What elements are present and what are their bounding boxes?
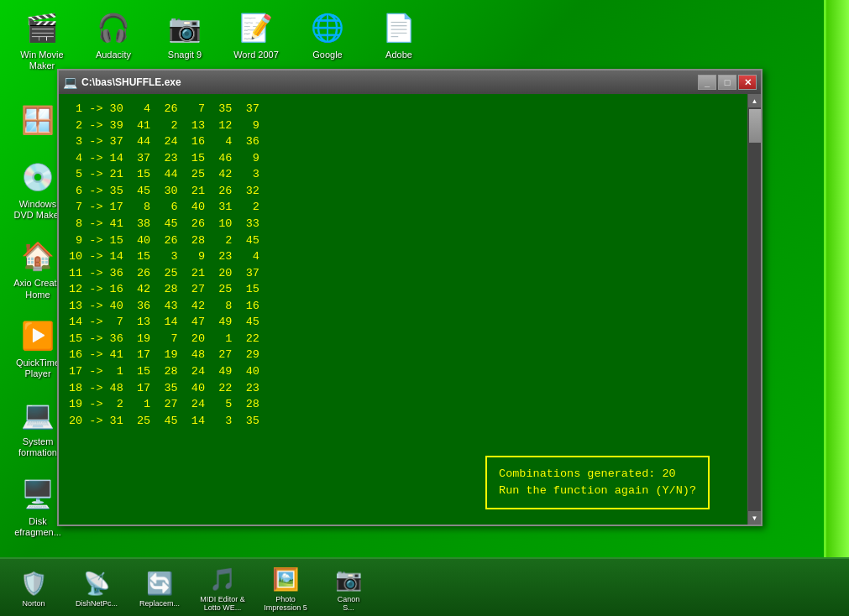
desktop: 🎬 Win Movie Maker 🎧 Audacity 📷 Snagit 9 …	[0, 0, 849, 616]
norton-icon: 🛡️	[17, 566, 50, 600]
console-area: 1 -> 30 4 26 7 35 37 2 -> 39 41 2 13 12 …	[59, 94, 747, 525]
dvd-maker-icon: 💿	[18, 157, 58, 197]
desktop-icon-adobe[interactable]: 📄 Adobe	[365, 4, 432, 64]
desktop-icon-word[interactable]: 📝 Word 2007	[223, 4, 290, 64]
right-decoration	[824, 0, 849, 616]
scroll-track[interactable]	[748, 107, 761, 511]
replacem-label: Replacem...	[139, 600, 180, 608]
taskbar-icon-photo[interactable]: 🖼️ PhotoImpression 5	[256, 560, 315, 615]
taskbar-icon-midi[interactable]: 🎵 MIDI Editor &Lotto WE...	[193, 560, 252, 615]
win-movie-maker-icon: 🎬	[22, 8, 62, 48]
prompt-line2: Run the function again (Y/N)?	[499, 483, 696, 499]
top-icons-row: 🎬 Win Movie Maker 🎧 Audacity 📷 Snagit 9 …	[0, 0, 441, 79]
canon-icon: 📷	[332, 562, 365, 596]
console-window: 💻 C:\bas\SHUFFLE.exe _ □ ✕ 1 -> 30 4 26 …	[57, 69, 763, 526]
scroll-thumb[interactable]	[749, 109, 761, 143]
desktop-icon-snagit[interactable]: 📷 Snagit 9	[151, 4, 218, 64]
system-info-icon: 💻	[18, 394, 58, 435]
snagit-icon: 📷	[165, 8, 205, 48]
desktop-icon-win-movie-maker[interactable]: 🎬 Win Movie Maker	[8, 4, 76, 75]
window-title-icon: 💻	[63, 76, 77, 89]
system-info-label: Systemformation	[18, 436, 57, 458]
dishnet-icon: 📡	[80, 566, 113, 600]
dvd-maker-label: WindowsDVD Maker	[14, 199, 62, 221]
maximize-button[interactable]: □	[718, 75, 736, 90]
google-icon: 🌐	[307, 8, 348, 48]
dishnet-label: DishNetPc...	[76, 600, 118, 608]
audacity-label: Audacity	[96, 50, 131, 60]
disk-defrag-icon: 🖥️	[18, 474, 58, 514]
taskbar-icon-replacem[interactable]: 🔄 Replacem...	[130, 564, 189, 611]
taskbar-icon-norton[interactable]: 🛡️ Norton	[4, 564, 63, 611]
midi-icon: 🎵	[206, 562, 239, 596]
disk-defrag-label: Diskefragmen...	[14, 516, 61, 538]
audacity-icon: 🎧	[93, 8, 134, 48]
scrollbar[interactable]: ▲ ▼	[747, 94, 761, 525]
replacem-icon: 🔄	[143, 566, 176, 600]
canon-label: CanonS...	[338, 596, 360, 613]
axio-label: Axio CreateHome	[13, 278, 61, 300]
prompt-box: Combinations generated: 20 Run the funct…	[485, 456, 710, 510]
window-controls: _ □ ✕	[698, 75, 757, 90]
photo-icon: 🖼️	[269, 562, 302, 596]
word-icon: 📝	[236, 8, 276, 48]
minimize-button[interactable]: _	[698, 75, 716, 90]
taskbar: 🛡️ Norton 📡 DishNetPc... 🔄 Replacem... 🎵…	[0, 557, 849, 616]
axio-icon: 🏠	[18, 236, 58, 276]
quicktime-icon: ▶️	[18, 316, 58, 356]
adobe-icon: 📄	[379, 8, 419, 48]
quicktime-label: QuickTimePlayer	[16, 358, 60, 379]
norton-label: Norton	[22, 600, 45, 608]
console-output: 1 -> 30 4 26 7 35 37 2 -> 39 41 2 13 12 …	[69, 101, 737, 429]
taskbar-icon-canon[interactable]: 📷 CanonS...	[319, 560, 378, 615]
prompt-line1: Combinations generated: 20	[499, 466, 696, 483]
taskbar-icon-dishnet[interactable]: 📡 DishNetPc...	[67, 564, 126, 611]
desktop-icon-audacity[interactable]: 🎧 Audacity	[80, 4, 147, 64]
windows-logo-icon: 🪟	[18, 100, 58, 140]
word-label: Word 2007	[233, 50, 279, 60]
scroll-down-button[interactable]: ▼	[748, 511, 762, 525]
window-titlebar: 💻 C:\bas\SHUFFLE.exe _ □ ✕	[59, 70, 761, 94]
window-content: 1 -> 30 4 26 7 35 37 2 -> 39 41 2 13 12 …	[59, 94, 761, 525]
google-label: Google	[312, 50, 342, 60]
scroll-up-button[interactable]: ▲	[748, 94, 762, 107]
snagit-label: Snagit 9	[168, 50, 202, 60]
photo-label: PhotoImpression 5	[264, 596, 307, 613]
desktop-icon-google[interactable]: 🌐 Google	[294, 4, 361, 64]
close-button[interactable]: ✕	[738, 75, 757, 90]
adobe-label: Adobe	[385, 50, 412, 60]
window-title: C:\bas\SHUFFLE.exe	[81, 76, 698, 88]
midi-label: MIDI Editor &Lotto WE...	[200, 596, 245, 613]
